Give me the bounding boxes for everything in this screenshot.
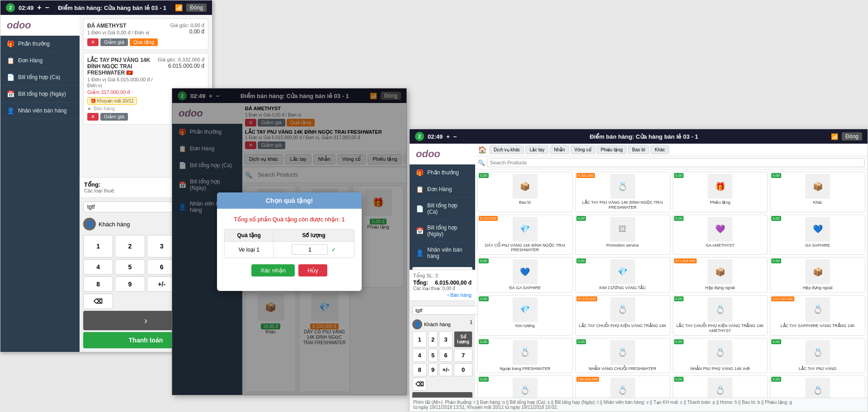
ptag-lactay2-3: 87.979.000 — [576, 296, 597, 301]
staff-icon-1: 👤 — [7, 107, 14, 114]
ptile-lactay-3[interactable]: 6.332.000 💍 LẮC TAY PNJ VÀNG 14K ĐÍNH NG… — [575, 172, 670, 212]
ptile-lactay2-3[interactable]: 87.979.000 💍 LẮC TAY CHUỖI PHỤ KIỆN VÀNG… — [575, 295, 670, 336]
n8-3[interactable]: 8 — [412, 363, 427, 376]
home-icon-3[interactable]: 🏠 — [478, 145, 487, 154]
ptile-nhan2-3[interactable]: 0,00 💍 NHẪN PNJ PHỤ VÀNG 14K mới — [673, 338, 768, 374]
ptile-lactay6-3[interactable]: 0,00 💍 LẮC TAY TRẮNG 14K AMETHYST — [477, 375, 573, 398]
close-btn-1[interactable]: Đóng — [186, 4, 207, 12]
cat-baobì-3[interactable]: Bao bì — [628, 145, 649, 154]
close-btn-3[interactable]: Đóng — [842, 132, 862, 140]
nbk-3[interactable]: ⌫ — [412, 378, 427, 391]
sidebar-item-staff-3[interactable]: 👤 Nhân viên bán hàng — [410, 242, 475, 264]
ptile-nhan4-3[interactable]: 0,00 💍 NHẪN VÀNG TRẮNG 14K — [770, 375, 865, 398]
num-4-btn-1[interactable]: 4 — [83, 259, 113, 275]
cat-phieu-3[interactable]: Phiếu tặng — [597, 145, 627, 154]
total-tax-3: Các loại thuế: 0,00 đ — [413, 286, 472, 291]
ptile-dayco-3[interactable]: 6.110.000 💎 DÂY CỔ PNJ VÀNG 14K ĐÍNH NGỌ… — [477, 215, 573, 255]
sidebar-item-reward-3[interactable]: 🎁 Phần thưởng — [410, 164, 475, 181]
pname-lactay-3: LẮC TAY PNJ VÀNG 14K ĐÍNH NGỌC TRAI FRES… — [577, 200, 668, 210]
ptile-kimcuong-3[interactable]: 0,00 💎 KIM CƯƠNG VÀNG TẮC — [575, 257, 670, 293]
ban-hang-label: ► Bán hàng — [87, 106, 115, 111]
sidebar-item-billday-1[interactable]: 📅 Bill tổng hợp (Ngày) — [0, 86, 80, 103]
odoo-logo-1: odoo — [0, 15, 80, 36]
discount-btn-1[interactable]: Giảm giá — [100, 38, 128, 46]
pname-lactay3-3: LẮC TAY CHUỖI PHỤ KIỆN VÀNG TRẮNG 14K AM… — [675, 323, 766, 333]
n3-3[interactable]: 3 — [439, 331, 453, 347]
ptile-khac-3[interactable]: 0,00 📦 Khác — [770, 172, 865, 212]
ptile-lactay7-3[interactable]: 159.900.000 💍 LẮC TAY TRẮNG 14K SAPPHIRE — [575, 375, 670, 398]
num-5-btn-1[interactable]: 5 — [115, 259, 145, 275]
n1-3[interactable]: 1 — [412, 331, 427, 347]
num-2-btn-1[interactable]: 2 — [115, 235, 145, 258]
minus-tab-3[interactable]: − — [453, 133, 457, 140]
ptile-nhan3-3[interactable]: 0,00 💍 NHẪN VÀNG 14K FRESHWATER — [673, 375, 768, 398]
discount-btn-2[interactable]: Giảm giá — [100, 113, 128, 121]
cat-dichvu-3[interactable]: Dịch vụ khác — [490, 145, 524, 154]
cat-khac-3[interactable]: Khác — [651, 145, 669, 154]
minus-tab-btn-1[interactable]: − — [45, 4, 49, 12]
n0-3[interactable]: 0 — [454, 363, 472, 376]
sidebar-label-reward-3: Phần thưởng — [427, 169, 459, 176]
next-btn-3[interactable]: › — [412, 392, 472, 398]
ptile-phieu-3[interactable]: 0,00 🎁 Phiếu tặng — [673, 172, 768, 212]
num-1-btn-1[interactable]: 1 — [83, 235, 113, 258]
titlebar-1: 2 02:49 + − Điểm bán hàng: Cửa hàng bán … — [0, 0, 212, 15]
ptile-hop1-3[interactable]: 271.914.000 📦 Hộp đựng ngoài — [673, 257, 768, 293]
remove-btn-1[interactable]: ✕ — [87, 38, 99, 46]
sidebar-item-billca-3[interactable]: 📄 Bill tổng hợp (Ca) — [410, 198, 475, 220]
dialog-row-1: Ve loại 1 ✓ — [225, 242, 354, 258]
ptile-kimtuong-3[interactable]: 0,00 💎 Kim tương — [477, 295, 573, 336]
dialog-cancel-btn[interactable]: Hủy — [298, 264, 327, 276]
cat-lactay-3[interactable]: Lắc tay — [525, 145, 548, 154]
n7-3[interactable]: 7 — [454, 349, 472, 362]
ptile-ga-amethyst-3[interactable]: 0,00 💜 GA AMETHYST — [673, 215, 768, 255]
sidebar-item-reward-1[interactable]: 🎁 Phần thưởng — [0, 36, 80, 52]
ptag-baobì-3: 0,00 — [479, 173, 489, 178]
backspace-btn-1[interactable]: ⌫ — [83, 294, 113, 309]
ptile-lactay3-3[interactable]: 0,00 💍 LẮC TAY CHUỖI PHỤ KIỆN VÀNG TRẮNG… — [673, 295, 768, 336]
gift-btn-1[interactable]: Qua tặng — [130, 38, 158, 46]
search-numpad-3[interactable] — [412, 306, 481, 315]
num-8-btn-1[interactable]: 8 — [83, 276, 113, 292]
dialog-confirm-btn[interactable]: Xác nhận — [251, 264, 295, 276]
dialog-row-label: Ve loại 1 — [225, 242, 274, 258]
ptile-lactay4-3[interactable]: 132.120.000 💍 LẮC TAY SAPPHIRE VÀNG TRẮN… — [770, 295, 865, 336]
ptag-dayco-3: 6.110.000 — [479, 216, 498, 221]
banhang-btn-3[interactable]: › Bán hàng — [413, 292, 472, 298]
dialog-overlay: Chọn quà tặng! Tổng số phần Quà tặng còn… — [172, 88, 407, 395]
dialog-qty-input[interactable] — [292, 244, 328, 255]
titlebar-3: 2 02:49 + − Điểm bán hàng: Cửa hàng bán … — [410, 129, 868, 144]
sidebar-item-billca-1[interactable]: 📄 Bill tổng hợp (Ca) — [0, 69, 80, 86]
sidebar-item-order-1[interactable]: 📋 Đơn Hàng — [0, 52, 80, 69]
add-tab-btn-1[interactable]: + — [37, 4, 41, 12]
ptile-hop2-3[interactable]: 0,00 📦 Hộp đựng ngoài — [770, 257, 865, 293]
sidebar-label-staff-1: Nhân viên bán hàng — [18, 108, 66, 114]
n6-3[interactable]: 6 — [439, 349, 453, 362]
cat-vongco-3[interactable]: Vòng cổ — [571, 145, 595, 154]
n9-3[interactable]: 9 — [428, 363, 438, 376]
reward-icon-1: 🎁 — [7, 40, 14, 47]
num-9-btn-1[interactable]: 9 — [115, 276, 145, 292]
nqty-3[interactable]: Sổ lượng — [454, 331, 472, 347]
search-input-3[interactable] — [487, 158, 865, 167]
n4-3[interactable]: 4 — [412, 349, 427, 362]
sidebar-item-staff-1[interactable]: 👤 Nhân viên bán hàng — [0, 103, 80, 119]
sidebar-item-order-3[interactable]: 📋 Đơn Hàng — [410, 181, 475, 198]
ptile-nhan1-3[interactable]: 0,00 💍 NHẪN VÀNG CHUỖI FRESHWATER — [575, 338, 670, 374]
orig-price-1: Giá gốc: 0,00 đ — [170, 23, 205, 28]
ptile-da-ga-3[interactable]: 0,00 💙 ĐÁ GA SAPHIRE — [477, 257, 573, 293]
n2-3[interactable]: 2 — [428, 331, 438, 347]
add-tab-3[interactable]: + — [446, 133, 450, 140]
ptile-lactay5-3[interactable]: 0,00 💍 LẮC TAY PNJ VÀNG — [770, 338, 865, 374]
npm-3[interactable]: +/- — [439, 363, 453, 376]
sidebar-item-billday-3[interactable]: 📅 Bill tổng hợp (Ngày) — [410, 220, 475, 242]
n5-3[interactable]: 5 — [428, 349, 438, 362]
customer-label-1: Khách hàng — [99, 221, 130, 228]
pname-phieu-3: Phiếu tặng — [675, 200, 766, 205]
ptile-ga-saphire-3[interactable]: 0,00 💙 GA SAPHIRE — [770, 215, 865, 255]
ptile-promo-3[interactable]: 0,00 🖼 Promotion service — [575, 215, 670, 255]
ptile-baobì-3[interactable]: 0,00 📦 Bao bì — [477, 172, 573, 212]
ptile-ngoaitrang-3[interactable]: 0,00 💍 Ngoại trang FRESHWATER — [477, 338, 573, 374]
remove-btn-2[interactable]: ✕ — [87, 113, 99, 121]
cat-nhan-3[interactable]: Nhẫn — [550, 145, 569, 154]
